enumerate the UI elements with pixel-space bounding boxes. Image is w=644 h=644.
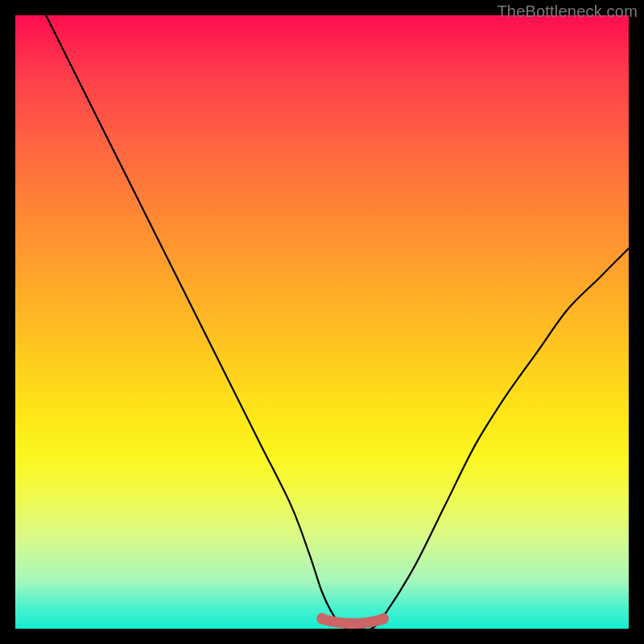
bottleneck-curve-path — [46, 15, 629, 630]
plot-area — [15, 15, 629, 629]
optimal-band-path — [322, 619, 383, 624]
curve-svg — [15, 15, 629, 629]
optimal-band-right-dot — [378, 613, 389, 624]
watermark-text: TheBottleneck.com — [497, 2, 638, 21]
chart-container: TheBottleneck.com — [0, 0, 644, 644]
optimal-band-left-dot — [317, 613, 328, 624]
